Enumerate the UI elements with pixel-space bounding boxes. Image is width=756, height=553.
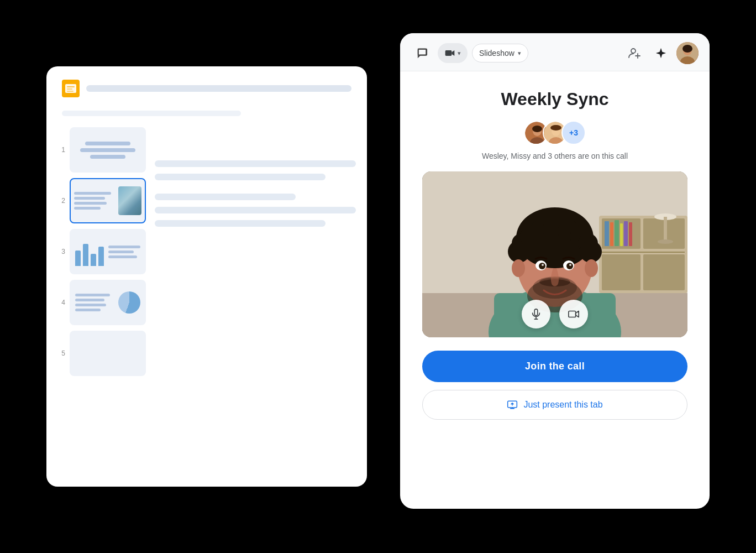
- toolbar: ▾ Slideshow ▾: [400, 33, 710, 71]
- add-people-button[interactable]: [623, 42, 645, 64]
- svg-rect-3: [67, 88, 72, 90]
- slide-2-image: [118, 186, 141, 215]
- svg-point-61: [542, 264, 544, 266]
- svg-point-7: [631, 49, 636, 53]
- svg-point-13: [683, 45, 692, 53]
- svg-point-64: [585, 259, 598, 277]
- present-icon: [507, 399, 518, 410]
- svg-rect-68: [569, 311, 576, 317]
- slide-3-chart: [75, 237, 104, 266]
- slideshow-label: Slideshow: [479, 49, 514, 58]
- slide-thumb-5[interactable]: [70, 331, 146, 376]
- chat-icon: [416, 47, 428, 59]
- video-controls: [522, 300, 588, 328]
- video-icon: [444, 48, 455, 59]
- slide-number-4: 4: [57, 299, 65, 306]
- slides-subtitle-placeholder: [62, 111, 241, 116]
- chat-button[interactable]: [411, 42, 433, 64]
- slide-4-pie: [118, 291, 140, 314]
- svg-rect-30: [643, 254, 685, 290]
- svg-point-39: [658, 239, 673, 244]
- svg-rect-28: [602, 252, 685, 253]
- slides-title-placeholder: [86, 85, 351, 92]
- video-dropdown-arrow: ▾: [458, 50, 461, 57]
- slide-thumb-row-2[interactable]: 2: [57, 178, 146, 223]
- svg-point-62: [569, 264, 571, 266]
- slides-header: [57, 80, 356, 97]
- svg-rect-2: [67, 86, 75, 87]
- slide-thumb-4[interactable]: [70, 280, 146, 325]
- svg-rect-4: [67, 91, 74, 92]
- slide-thumb-3[interactable]: [70, 229, 146, 274]
- svg-rect-5: [418, 49, 427, 55]
- slide-number-3: 3: [57, 248, 65, 255]
- present-tab-label: Just present this tab: [523, 400, 602, 410]
- participants-text: Wesley, Missy and 3 others are on this c…: [482, 152, 628, 160]
- meet-modal: ▾ Slideshow ▾: [400, 33, 710, 509]
- present-tab-button[interactable]: Just present this tab: [422, 390, 687, 420]
- svg-rect-33: [615, 220, 619, 246]
- svg-rect-6: [445, 50, 452, 56]
- svg-point-60: [566, 263, 573, 269]
- svg-rect-35: [624, 221, 628, 246]
- meeting-title: Weekly Sync: [501, 89, 608, 109]
- slide-thumb-1[interactable]: [70, 127, 146, 173]
- microphone-icon: [530, 308, 542, 320]
- participant-extra-count: +3: [561, 121, 586, 145]
- microphone-button[interactable]: [522, 300, 550, 328]
- slide-thumb-row-3[interactable]: 3: [57, 229, 146, 274]
- video-button[interactable]: ▾: [438, 43, 468, 63]
- svg-point-21: [550, 125, 561, 131]
- slideshow-dropdown-arrow: ▾: [518, 50, 521, 57]
- slide-thumb-row-5[interactable]: 5: [57, 331, 146, 376]
- participants-row: +3: [524, 121, 586, 145]
- slides-app-icon: [62, 80, 80, 97]
- slide-number-1: 1: [57, 146, 65, 154]
- slides-main-content: [155, 127, 356, 476]
- slideshow-button[interactable]: Slideshow ▾: [472, 44, 528, 62]
- svg-rect-32: [610, 222, 613, 246]
- spark-button[interactable]: [650, 42, 672, 64]
- add-person-icon: [628, 46, 641, 60]
- slide-thumb-row-4[interactable]: 4: [57, 280, 146, 325]
- spark-icon: [655, 47, 667, 59]
- svg-rect-31: [605, 221, 609, 246]
- svg-point-17: [532, 126, 542, 132]
- svg-point-63: [512, 259, 525, 277]
- camera-icon: [568, 308, 580, 320]
- slide-thumb-2[interactable]: [70, 178, 146, 223]
- svg-rect-34: [620, 223, 623, 246]
- video-preview: [422, 171, 687, 337]
- svg-rect-36: [629, 222, 632, 246]
- slide-number-2: 2: [57, 197, 65, 205]
- join-call-button[interactable]: Join the call: [422, 351, 687, 382]
- camera-button[interactable]: [559, 300, 588, 328]
- slide-thumb-row-1[interactable]: 1: [57, 127, 146, 173]
- user-avatar-image: [676, 42, 699, 64]
- modal-body: Weekly Sync: [400, 71, 710, 509]
- slides-panel: 1 2: [46, 66, 367, 487]
- slide-thumbnails: 1 2: [57, 127, 146, 476]
- svg-rect-38: [664, 217, 667, 242]
- svg-point-59: [539, 263, 545, 269]
- user-avatar[interactable]: [676, 42, 699, 64]
- svg-rect-65: [534, 309, 538, 316]
- slide-number-5: 5: [57, 349, 65, 357]
- svg-rect-29: [602, 254, 641, 290]
- svg-point-53: [580, 241, 602, 263]
